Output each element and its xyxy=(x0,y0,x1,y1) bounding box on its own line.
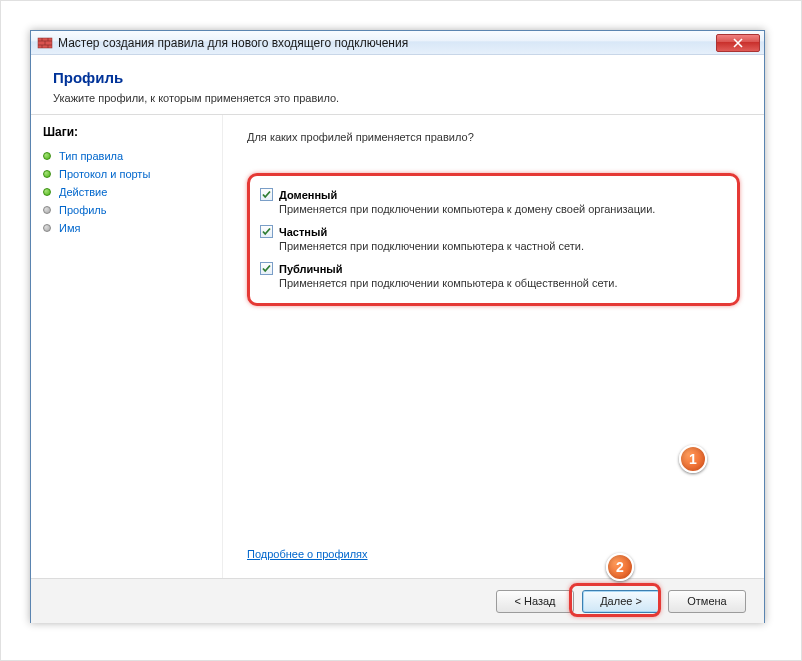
page-subtitle: Укажите профили, к которым применяется э… xyxy=(53,92,742,104)
main-panel: Для каких профилей применяется правило? … xyxy=(223,115,764,578)
step-bullet-icon xyxy=(43,206,51,214)
profile-public-desc: Применяется при подключении компьютера к… xyxy=(279,277,721,289)
wizard-window: Мастер создания правила для нового входя… xyxy=(30,30,765,623)
titlebar: Мастер создания правила для нового входя… xyxy=(31,31,764,55)
check-icon xyxy=(261,189,272,200)
profiles-highlight-box: Доменный Применяется при подключении ком… xyxy=(247,173,740,306)
close-icon xyxy=(733,38,743,48)
profile-domain: Доменный Применяется при подключении ком… xyxy=(260,188,721,215)
page-title: Профиль xyxy=(53,69,742,86)
body: Шаги: Тип правила Протокол и порты Дейст… xyxy=(31,115,764,579)
header-panel: Профиль Укажите профили, к которым приме… xyxy=(31,55,764,115)
back-button[interactable]: < Назад xyxy=(496,590,574,613)
close-button[interactable] xyxy=(716,34,760,52)
check-icon xyxy=(261,226,272,237)
profile-domain-desc: Применяется при подключении компьютера к… xyxy=(279,203,721,215)
step-rule-type[interactable]: Тип правила xyxy=(43,147,210,165)
profile-private-label: Частный xyxy=(279,226,327,238)
steps-sidebar: Шаги: Тип правила Протокол и порты Дейст… xyxy=(31,115,223,578)
step-protocol-ports[interactable]: Протокол и порты xyxy=(43,165,210,183)
step-bullet-icon xyxy=(43,224,51,232)
profile-public: Публичный Применяется при подключении ко… xyxy=(260,262,721,289)
checkbox-public[interactable] xyxy=(260,262,273,275)
checkbox-private[interactable] xyxy=(260,225,273,238)
firewall-icon xyxy=(37,35,53,51)
step-profile[interactable]: Профиль xyxy=(43,201,210,219)
step-action[interactable]: Действие xyxy=(43,183,210,201)
footer-buttons: < Назад Далее > Отмена xyxy=(31,579,764,623)
next-button[interactable]: Далее > xyxy=(582,590,660,613)
profile-question: Для каких профилей применяется правило? xyxy=(247,131,740,143)
step-bullet-icon xyxy=(43,188,51,196)
profile-private-desc: Применяется при подключении компьютера к… xyxy=(279,240,721,252)
annotation-marker-2: 2 xyxy=(606,553,634,581)
annotation-marker-1: 1 xyxy=(679,445,707,473)
window-title: Мастер создания правила для нового входя… xyxy=(58,36,716,50)
checkbox-domain[interactable] xyxy=(260,188,273,201)
step-bullet-icon xyxy=(43,170,51,178)
step-name[interactable]: Имя xyxy=(43,219,210,237)
cancel-button[interactable]: Отмена xyxy=(668,590,746,613)
learn-more-link[interactable]: Подробнее о профилях xyxy=(247,548,740,560)
profile-domain-label: Доменный xyxy=(279,189,337,201)
profile-public-label: Публичный xyxy=(279,263,342,275)
step-bullet-icon xyxy=(43,152,51,160)
check-icon xyxy=(261,263,272,274)
profile-private: Частный Применяется при подключении комп… xyxy=(260,225,721,252)
steps-heading: Шаги: xyxy=(43,125,210,139)
